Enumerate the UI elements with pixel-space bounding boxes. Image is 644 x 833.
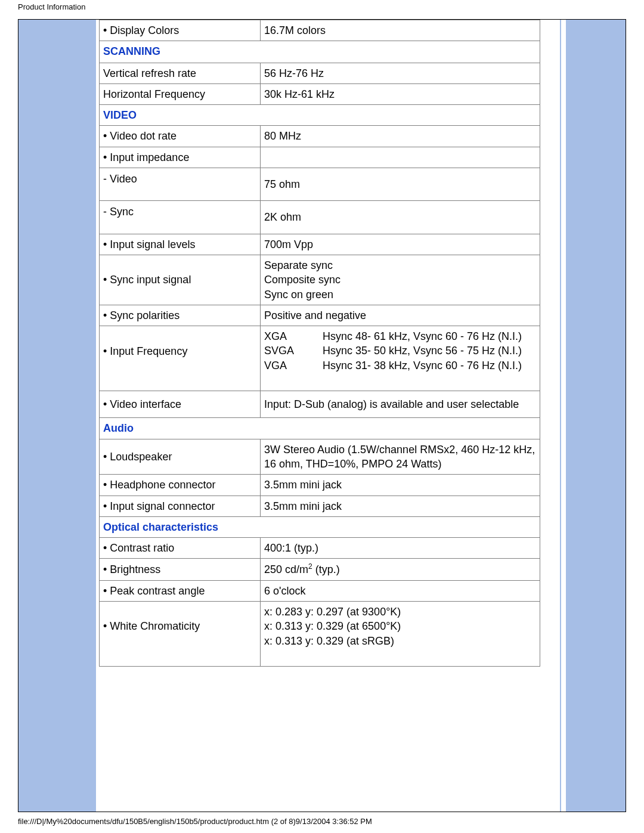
line: x: 0.313 y: 0.329 (at sRGB) [264,635,394,647]
table-row: • Input signal connector 3.5mm mini jack [100,496,540,516]
spec-label: • Input impedance [100,147,261,168]
spec-value: 3.5mm mini jack [261,496,540,516]
line: Sync on green [264,289,333,301]
table-row: • Peak contrast angle 6 o'clock [100,580,540,601]
spec-label: • Video interface [100,391,261,418]
section-optical: Optical characteristics [100,516,540,537]
freq-desc: Hsync 35- 50 kHz, Vsync 56 - 75 Hz (N.I.… [323,343,522,358]
table-row: SCANNING [100,41,540,63]
spec-table: • Display Colors 16.7M colors SCANNING V… [99,20,540,667]
spec-label: • Input Frequency [100,326,261,391]
spec-value: 80 MHz [261,126,540,147]
spec-value: 2K ohm [261,201,540,234]
spec-value: Input: D-Sub (analog) is available and u… [261,391,540,418]
spec-value: 16.7M colors [261,20,540,41]
spec-value: Separate sync Composite sync Sync on gre… [261,255,540,305]
gutter [549,20,560,812]
spec-value: 6 o'clock [261,580,540,601]
spec-label: • Headphone connector [100,475,261,496]
spec-value: 3W Stereo Audio (1.5W/channel RMSx2, 460… [261,439,540,475]
line: x: 0.313 y: 0.329 (at 6500°K) [264,620,401,632]
sup: 2 [308,562,312,571]
spec-label: • Input signal levels [100,234,261,255]
table-row: - Video 75 ohm [100,168,540,201]
table-row: • Input impedance [100,147,540,168]
table-row: Audio [100,418,540,439]
table-row: • White Chromaticity x: 0.283 y: 0.297 (… [100,602,540,667]
spec-value: Positive and negative [261,305,540,326]
spec-label: • Input signal connector [100,496,261,516]
section-audio: Audio [100,418,540,439]
spec-value: 700m Vpp [261,234,540,255]
content-area: • Display Colors 16.7M colors SCANNING V… [96,20,549,812]
spec-value: 75 ohm [261,168,540,201]
text: (typ.) [312,563,340,575]
spec-value: 30k Hz-61 kHz [261,83,540,104]
spec-value: 56 Hz-76 Hz [261,63,540,83]
line: x: 0.283 y: 0.297 (at 9300°K) [264,606,401,618]
table-row: • Brightness 250 cd/m2 (typ.) [100,559,540,580]
table-row: • Headphone connector 3.5mm mini jack [100,475,540,496]
table-row: • Video interface Input: D-Sub (analog) … [100,391,540,418]
spec-label: • Brightness [100,559,261,580]
spec-label: • Display Colors [100,20,261,41]
freq-mode: SVGA [264,343,323,358]
spec-value [261,147,540,168]
table-row: Horizontal Frequency 30k Hz-61 kHz [100,83,540,104]
table-row: • Input Frequency XGAHsync 48- 61 kHz, V… [100,326,540,391]
text: 250 cd/m [264,563,308,575]
table-row: • Contrast ratio 400:1 (typ.) [100,538,540,559]
spec-value: x: 0.283 y: 0.297 (at 9300°K) x: 0.313 y… [261,602,540,667]
table-row: - Sync 2K ohm [100,201,540,234]
table-row: • Sync input signal Separate sync Compos… [100,255,540,305]
spec-label: Vertical refresh rate [100,63,261,83]
spec-value: 400:1 (typ.) [261,538,540,559]
page-frame: • Display Colors 16.7M colors SCANNING V… [18,19,626,812]
line: Separate sync [264,259,333,271]
table-row: • Loudspeaker 3W Stereo Audio (1.5W/chan… [100,439,540,475]
spec-label: • White Chromaticity [100,602,261,667]
spec-value: XGAHsync 48- 61 kHz, Vsync 60 - 76 Hz (N… [261,326,540,391]
freq-mode: VGA [264,358,323,373]
freq-desc: Hsync 48- 61 kHz, Vsync 60 - 76 Hz (N.I.… [323,329,522,343]
freq-mode: XGA [264,329,323,343]
spec-label: • Sync input signal [100,255,261,305]
spec-label: • Video dot rate [100,126,261,147]
section-video: VIDEO [100,105,540,126]
table-row: Vertical refresh rate 56 Hz-76 Hz [100,63,540,83]
spec-value: 3.5mm mini jack [261,475,540,496]
table-row: • Display Colors 16.7M colors [100,20,540,41]
footer-path: file:///D|/My%20documents/dfu/150B5/engl… [18,817,372,826]
spec-value: 250 cd/m2 (typ.) [261,559,540,580]
spec-label: • Sync polarities [100,305,261,326]
table-row: • Video dot rate 80 MHz [100,126,540,147]
gutter2 [561,20,566,812]
page-header: Product Information [18,2,85,11]
table-row: • Sync polarities Positive and negative [100,305,540,326]
table-row: VIDEO [100,105,540,126]
table-row: • Input signal levels 700m Vpp [100,234,540,255]
spec-label: Horizontal Frequency [100,83,261,104]
spec-label: • Contrast ratio [100,538,261,559]
table-row: Optical characteristics [100,516,540,537]
spec-label: - Video [100,168,261,201]
freq-desc: Hsync 31- 38 kHz, Vsync 60 - 76 Hz (N.I.… [323,358,522,373]
spec-label: • Peak contrast angle [100,580,261,601]
line: Composite sync [264,274,340,286]
section-scanning: SCANNING [100,41,540,63]
spec-label: - Sync [100,201,261,234]
spec-label: • Loudspeaker [100,439,261,475]
